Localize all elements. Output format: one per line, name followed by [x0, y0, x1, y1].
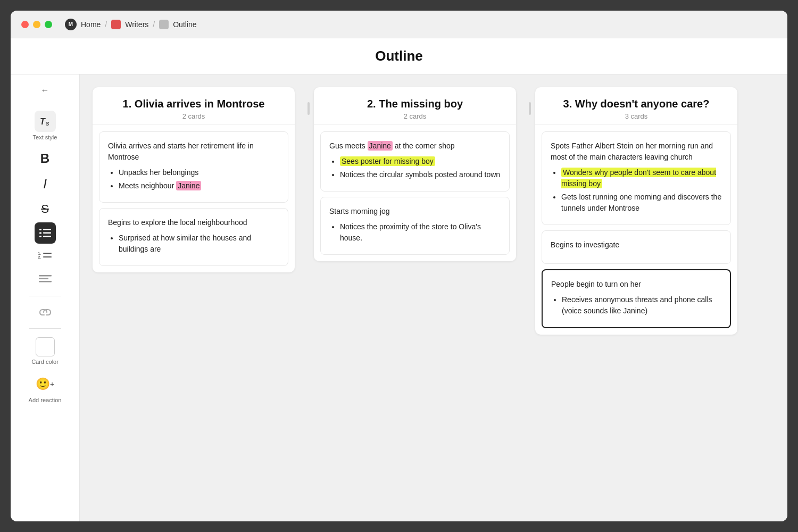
- svg-rect-2: [39, 229, 41, 230]
- svg-rect-9: [43, 253, 52, 254]
- svg-text:s: s: [46, 120, 49, 127]
- card-3-2-text: Begins to investigate: [551, 239, 722, 251]
- column-3-header: 3. Why doesn't anyone care? 3 cards: [535, 87, 737, 125]
- list-item: Notices the circular symbols posted arou…: [340, 169, 501, 180]
- home-link[interactable]: Home: [81, 20, 101, 29]
- column-2-count: 2 cards: [325, 112, 505, 120]
- card-2-2-text: Starts morning jog: [329, 206, 501, 217]
- card-2-1-list: Sees poster for missing boy Notices the …: [329, 156, 501, 180]
- maximize-button[interactable]: [45, 21, 52, 28]
- svg-rect-11: [43, 256, 52, 257]
- column-3-title: 3. Why doesn't anyone care?: [546, 98, 727, 110]
- highlight-yellow-2: Wonders why people don't seem to care ab…: [561, 168, 716, 188]
- columns-wrapper: 1. Olivia arrives in Montrose 2 cards Ol…: [93, 87, 746, 509]
- card-1-2-text: Begins to explore the local neighbourhoo…: [108, 217, 279, 228]
- list-item: Meets neighbour Janine: [119, 180, 279, 192]
- card-1-1-text: Olivia arrives and starts her retirement…: [108, 140, 279, 163]
- card-3-3-text: People begin to turn on her: [551, 279, 721, 290]
- svg-rect-3: [43, 229, 51, 230]
- card-color-swatch: [36, 337, 55, 356]
- card-2-1[interactable]: Gus meets Janine at the corner shop Sees…: [320, 131, 510, 192]
- card-color-button[interactable]: Card color: [28, 334, 62, 368]
- card-1-2-list: Surprised at how similar the houses and …: [108, 232, 279, 255]
- align-button[interactable]: [35, 269, 56, 290]
- card-1-1-list: Unpacks her belongings Meets neighbour J…: [108, 167, 279, 192]
- breadcrumb-sep-1: /: [105, 20, 107, 29]
- breadcrumb: M Home / Writers / Outline: [65, 19, 197, 30]
- list-item: Sees poster for missing boy: [340, 156, 501, 167]
- traffic-lights: [21, 21, 52, 28]
- outline-link[interactable]: Outline: [173, 20, 196, 29]
- column-3-body: Spots Father Albert Stein on her morning…: [535, 125, 737, 335]
- breadcrumb-sep-2: /: [153, 20, 155, 29]
- svg-rect-14: [39, 281, 52, 282]
- column-1-body: Olivia arrives and starts her retirement…: [93, 125, 295, 272]
- svg-rect-5: [43, 232, 51, 234]
- numbered-list-button[interactable]: 1. 2.: [35, 246, 56, 267]
- list-item: Wonders why people don't seem to care ab…: [561, 167, 722, 189]
- sidebar-item-text-style[interactable]: T s Text style: [16, 106, 74, 145]
- list-item: Gets lost running one morning and discov…: [561, 192, 722, 214]
- column-2-title: 2. The missing boy: [325, 98, 505, 110]
- card-2-2-list: Notices the proximity of the store to Ol…: [329, 221, 501, 244]
- home-icon: M: [65, 19, 77, 30]
- highlight-janine: Janine: [176, 181, 201, 190]
- main-layout: ← T s Text style B I S: [11, 74, 787, 521]
- close-button[interactable]: [21, 21, 29, 28]
- add-reaction-label: Add reaction: [29, 397, 62, 403]
- bullet-list-button[interactable]: [35, 222, 56, 244]
- card-color-label: Card color: [31, 359, 59, 365]
- sidebar-divider: [29, 296, 61, 296]
- highlight-janine-2: Janine: [368, 141, 393, 151]
- back-button[interactable]: ←: [36, 81, 55, 100]
- text-style-icon: T s: [35, 111, 56, 132]
- titlebar: M Home / Writers / Outline: [11, 11, 787, 38]
- column-2-header: 2. The missing boy 2 cards: [314, 87, 516, 125]
- add-reaction-button[interactable]: 🙂+ Add reaction: [26, 370, 65, 406]
- link-button[interactable]: [35, 302, 56, 323]
- card-1-2[interactable]: Begins to explore the local neighbourhoo…: [99, 208, 288, 266]
- card-1-1[interactable]: Olivia arrives and starts her retirement…: [99, 131, 288, 203]
- card-3-1[interactable]: Spots Father Albert Stein on her morning…: [542, 131, 731, 225]
- svg-rect-12: [39, 275, 52, 277]
- list-item: Surprised at how similar the houses and …: [119, 232, 279, 255]
- column-2: 2. The missing boy 2 cards Gus meets Jan…: [314, 87, 516, 261]
- card-3-3[interactable]: People begin to turn on her Receives ano…: [542, 269, 731, 328]
- writers-icon: [111, 20, 121, 29]
- page-header: Outline: [11, 38, 787, 74]
- column-3-count: 3 cards: [546, 112, 727, 120]
- svg-rect-13: [39, 278, 48, 280]
- svg-text:T: T: [40, 117, 46, 126]
- svg-rect-7: [43, 236, 51, 237]
- card-3-1-list: Wonders why people don't seem to care ab…: [551, 167, 722, 214]
- content-area: 1. Olivia arrives in Montrose 2 cards Ol…: [80, 74, 787, 521]
- column-1: 1. Olivia arrives in Montrose 2 cards Ol…: [93, 87, 295, 272]
- italic-button[interactable]: I: [39, 172, 51, 196]
- card-3-3-list: Receives anonymous threats and phone cal…: [551, 294, 721, 317]
- sidebar-divider-2: [29, 328, 61, 329]
- bold-button[interactable]: B: [36, 147, 54, 170]
- back-icon: ←: [41, 86, 49, 95]
- svg-rect-4: [39, 232, 41, 234]
- list-item: Notices the proximity of the store to Ol…: [340, 221, 501, 244]
- list-item: Receives anonymous threats and phone cal…: [562, 294, 721, 317]
- card-2-2[interactable]: Starts morning jog Notices the proximity…: [320, 197, 510, 255]
- column-sep-2: [525, 87, 535, 115]
- column-sep-1: [303, 87, 314, 115]
- highlight-yellow-1: Sees poster for missing boy: [340, 156, 435, 166]
- strikethrough-button[interactable]: S: [37, 198, 53, 220]
- text-style-label: Text style: [33, 134, 57, 140]
- outline-icon: [159, 20, 169, 29]
- app-window: M Home / Writers / Outline Outline ← T s: [11, 11, 787, 521]
- minimize-button[interactable]: [33, 21, 40, 28]
- writers-link[interactable]: Writers: [125, 20, 148, 29]
- svg-rect-6: [39, 236, 41, 237]
- column-2-body: Gus meets Janine at the corner shop Sees…: [314, 125, 516, 261]
- list-item: Unpacks her belongings: [119, 167, 279, 178]
- column-1-header: 1. Olivia arrives in Montrose 2 cards: [93, 87, 295, 125]
- column-3: 3. Why doesn't anyone care? 3 cards Spot…: [535, 87, 737, 335]
- card-2-1-text: Gus meets Janine at the corner shop: [329, 140, 501, 152]
- card-3-2[interactable]: Begins to investigate: [542, 230, 731, 264]
- page-title: Outline: [20, 48, 778, 64]
- card-3-1-text: Spots Father Albert Stein on her morning…: [551, 140, 722, 163]
